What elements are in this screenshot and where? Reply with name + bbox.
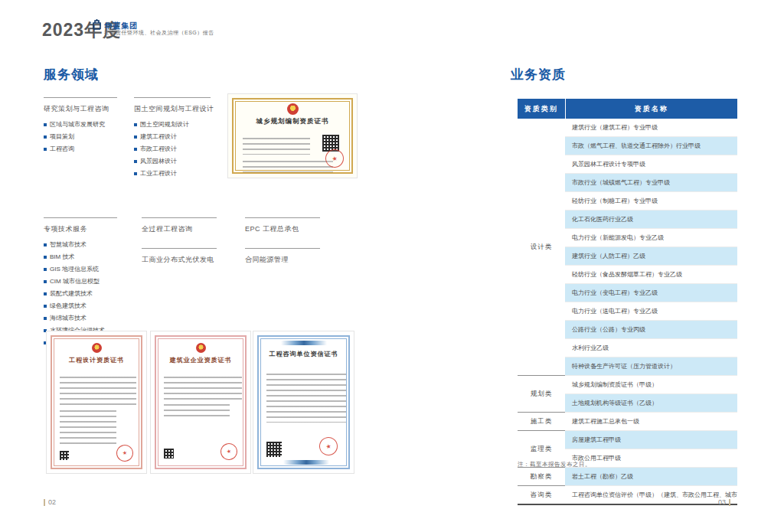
service-item: 风景园林设计 — [134, 157, 211, 165]
certificate-frame: ★ 建筑业企业资质证书 ★ — [155, 335, 247, 469]
certificate-title: 城乡规划编制资质证书 — [234, 117, 351, 126]
qualification-cell: 城乡规划编制资质证书（甲级） — [565, 376, 737, 394]
certificate-construction-enterprise: ★ 建筑业企业资质证书 ★ — [150, 331, 251, 474]
qualification-cell: 建筑工程施工总承包一级 — [565, 413, 737, 431]
national-emblem-icon: ★ — [196, 343, 206, 353]
certificate-title: 工程设计资质证书 — [52, 356, 141, 364]
certificate-text-lines — [243, 138, 310, 155]
ornament-top — [281, 341, 327, 345]
page-number-bar — [729, 499, 730, 506]
certificate-text-lines — [243, 161, 333, 172]
service-item: 智慧城市技术 — [44, 240, 117, 249]
qualification-cell: 建筑行业（人防工程）乙级 — [565, 247, 737, 266]
ornament-bottom — [283, 460, 329, 465]
qr-code-icon — [60, 451, 69, 460]
service-item-label: 工程咨询 — [50, 145, 74, 153]
group-rule — [44, 217, 117, 218]
table-row: 规划类城乡规划编制资质证书（甲级） — [518, 376, 737, 394]
qualification-cell: 建筑行业（建筑工程）专业甲级 — [565, 119, 737, 137]
category-cell: 勘察类 — [518, 468, 565, 486]
qualification-cell: 电力行业（送电工程）专业乙级 — [565, 302, 737, 321]
hualan-logo-icon — [92, 19, 102, 33]
certificate-title: 工程咨询单位资信证书 — [259, 350, 348, 358]
group-heading: EPC 工程总承包 — [245, 224, 320, 234]
qualification-table: 资质类别 资质名称 设计类建筑行业（建筑工程）专业甲级市政（燃气工程、轨道交通工… — [518, 99, 737, 505]
table-row: 勘察类岩土工程（勘察）乙级 — [518, 468, 737, 486]
certificate-consulting-credit: 工程咨询单位资信证书 ★ — [253, 331, 354, 474]
qualification-cell: 公路行业（公路）专业丙级 — [565, 321, 737, 339]
qr-code-icon — [266, 442, 282, 457]
certificate-urban-planning: ★ 城乡规划编制资质证书 ★ — [227, 93, 358, 178]
bullet-icon — [44, 148, 47, 151]
service-item-label: 海绵城市技术 — [50, 314, 87, 322]
group-heading: 研究策划与工程咨询 — [44, 104, 117, 114]
qualification-cell: 轻纺行业（制糖工程）专业甲级 — [565, 192, 737, 211]
group-heading: 合同能源管理 — [245, 255, 320, 265]
group-rule — [142, 248, 217, 249]
qualification-cell: 土地规划机构等级证书（乙级） — [565, 394, 737, 413]
report-subtitle: 社会责任暨环境、社会及治理（ESG）报告 — [104, 29, 214, 37]
bullet-icon — [44, 305, 47, 308]
bullet-icon — [44, 317, 47, 320]
table-row: 设计类建筑行业（建筑工程）专业甲级 — [518, 119, 737, 137]
qualification-cell: 化工石化医药行业乙级 — [565, 211, 737, 229]
page-number-value: 02 — [48, 498, 56, 506]
service-item-label: 市政工程设计 — [140, 145, 177, 153]
group-heading: 专项技术服务 — [44, 224, 117, 234]
service-item-label: 区域与城市发展研究 — [50, 120, 105, 129]
qualification-cell: 工程咨询单位资信评价（甲级）（建筑、市政公用工程、城市规划） — [565, 486, 737, 505]
report-spread: { "header": { "year": "2023年度", "brand":… — [0, 0, 784, 532]
table-row: 施工类建筑工程施工总承包一级 — [518, 413, 737, 431]
service-item: 区域与城市发展研究 — [44, 120, 117, 129]
page-number-left: 02 — [44, 498, 56, 506]
bullet-icon — [44, 243, 47, 246]
certificate-frame: ★ 城乡规划编制资质证书 ★ — [232, 98, 353, 174]
certificate-frame: 工程咨询单位资信证书 ★ — [257, 335, 350, 469]
table-header: 资质类别 资质名称 — [518, 99, 737, 119]
bullet-icon — [134, 160, 137, 163]
service-group-epc: EPC 工程总承包 — [245, 217, 320, 240]
service-item-label: 建筑工程设计 — [140, 132, 177, 141]
service-item-label: 智慧城市技术 — [50, 240, 87, 249]
qualification-cell: 市政（燃气工程、轨道交通工程除外）行业甲级 — [565, 137, 737, 155]
service-item: 建筑工程设计 — [134, 132, 211, 141]
service-item-label: CIM 城市信息模型 — [50, 277, 100, 286]
bullet-icon — [44, 123, 47, 126]
qualification-cell: 电力行业（变电工程）专业乙级 — [565, 284, 737, 302]
service-group-planning-design: 国土空间规划与工程设计 国土空间规划设计建筑工程设计市政工程设计风景园林设计工业… — [134, 97, 211, 181]
qualification-cell: 岩土工程（勘察）乙级 — [565, 468, 737, 486]
national-emblem-icon: ★ — [92, 343, 102, 353]
service-item: 市政工程设计 — [134, 145, 211, 153]
table-row: 咨询类工程咨询单位资信评价（甲级）（建筑、市政公用工程、城市规划） — [518, 486, 737, 505]
category-cell: 设计类 — [518, 119, 565, 376]
table-body: 设计类建筑行业（建筑工程）专业甲级市政（燃气工程、轨道交通工程除外）行业甲级风景… — [518, 119, 737, 504]
certificate-frame: ★ 工程设计资质证书 ★ — [51, 335, 142, 469]
certificate-text-lines — [266, 374, 346, 423]
certificate-text-lines — [60, 410, 116, 447]
service-group-emc: 合同能源管理 — [245, 248, 320, 271]
group-heading: 全过程工程咨询 — [142, 224, 217, 234]
table-note: 注：截至本报告发布之日。 — [518, 461, 591, 468]
bullet-icon — [44, 135, 47, 139]
page-number-right: 03 — [718, 498, 730, 506]
certificate-text-lines — [164, 377, 242, 400]
bullet-icon — [134, 172, 137, 175]
service-group-whole-process: 全过程工程咨询 — [142, 217, 217, 240]
category-cell: 施工类 — [518, 413, 565, 431]
category-cell: 规划类 — [518, 376, 565, 413]
service-list: 国土空间规划设计建筑工程设计市政工程设计风景园林设计工业工程设计 — [134, 120, 211, 178]
bullet-icon — [134, 135, 137, 139]
group-rule — [44, 97, 117, 98]
service-item-label: 工业工程设计 — [140, 169, 177, 178]
service-item: 工程咨询 — [44, 145, 117, 153]
category-cell: 咨询类 — [518, 486, 565, 505]
service-item: 国土空间规划设计 — [134, 120, 211, 129]
certificate-text-lines — [60, 377, 136, 406]
right-page-title: 业务资质 — [511, 66, 566, 83]
certificate-engineering-design: ★ 工程设计资质证书 ★ — [46, 331, 147, 474]
group-rule — [142, 217, 217, 218]
service-item: 装配式建筑技术 — [44, 289, 117, 298]
national-emblem-icon: ★ — [287, 103, 299, 115]
group-heading: 国土空间规划与工程设计 — [134, 104, 211, 114]
red-seal-icon: ★ — [115, 443, 134, 462]
